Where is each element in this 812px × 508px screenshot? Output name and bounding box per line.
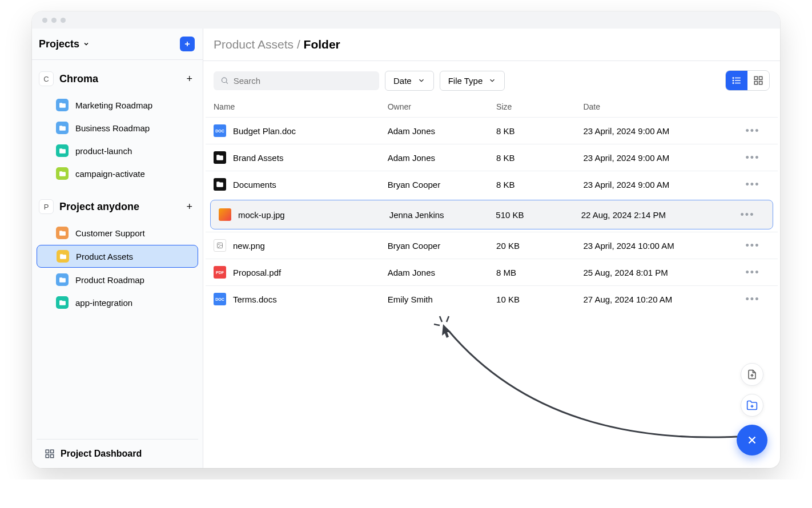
sidebar-footer-link[interactable]: Project Dashboard (37, 439, 198, 468)
table-row[interactable]: Brand Assets Adam Jones 8 KB 23 April, 2… (206, 144, 778, 171)
folder-icon (56, 99, 69, 111)
svg-point-11 (733, 78, 734, 79)
sidebar-title-dropdown[interactable]: Projects (39, 38, 90, 50)
file-size: 8 KB (496, 153, 583, 163)
folder-plus-icon (746, 400, 758, 411)
row-menu-button[interactable]: ••• (735, 125, 770, 137)
main-header: Product Assets / Folder (203, 29, 780, 61)
row-menu-button[interactable]: ••• (735, 152, 770, 164)
svg-point-13 (733, 83, 734, 84)
sidebar-item[interactable]: Product Roadmap (37, 269, 198, 291)
upload-file-button[interactable] (741, 363, 763, 386)
table-row[interactable]: PDF Proposal.pdf Adam Jones 8 MB 25 Aug,… (206, 259, 778, 285)
add-project-button[interactable] (180, 37, 195, 51)
file-name: Documents (233, 180, 276, 190)
sidebar-item[interactable]: Customer Support (37, 222, 198, 244)
file-size: 8 KB (496, 180, 583, 190)
svg-point-12 (733, 80, 734, 81)
file-name: new.png (233, 241, 265, 251)
col-date: Date (583, 102, 735, 111)
new-folder-button[interactable] (741, 394, 763, 417)
list-icon (731, 75, 742, 86)
file-icon: DOC (214, 124, 226, 137)
svg-rect-16 (754, 82, 757, 84)
project-header[interactable]: P Project anydone + (32, 193, 203, 220)
breadcrumb: Product Assets / Folder (214, 38, 340, 51)
svg-rect-5 (51, 455, 54, 458)
col-owner: Owner (388, 102, 496, 111)
sidebar-item-label: Marketing Roadmap (75, 100, 152, 110)
project-badge: P (39, 199, 54, 214)
row-menu-button[interactable]: ••• (735, 240, 770, 252)
file-owner: Bryan Cooper (388, 241, 496, 251)
project-add-button[interactable]: + (186, 73, 192, 85)
folder-icon (56, 122, 69, 134)
folder-icon (56, 167, 69, 180)
svg-rect-17 (759, 82, 762, 84)
file-date: 23 April, 2024 10:00 AM (583, 241, 735, 251)
traffic-light-zoom[interactable] (61, 18, 66, 23)
chevron-down-icon (83, 41, 90, 47)
sidebar-item-label: Customer Support (75, 228, 145, 238)
file-date: 23 April, 2024 9:00 AM (583, 126, 735, 136)
file-icon (214, 178, 226, 191)
file-icon (219, 208, 231, 221)
filetype-filter[interactable]: File Type (440, 71, 505, 91)
close-icon (746, 434, 758, 446)
table-row[interactable]: DOC Terms.docs Emily Smith 10 KB 27 Aug,… (206, 285, 778, 312)
breadcrumb-parent[interactable]: Product Assets (214, 38, 294, 51)
search-icon (220, 76, 229, 85)
main-panel: Product Assets / Folder Date File Type (203, 29, 780, 468)
sidebar: Projects C Chroma + Marketing Roadmap Bu… (32, 29, 203, 468)
table-row[interactable]: Documents Bryan Cooper 8 KB 23 April, 20… (206, 171, 778, 197)
row-menu-button[interactable]: ••• (735, 293, 770, 305)
sidebar-title-label: Projects (39, 38, 79, 50)
traffic-light-minimize[interactable] (51, 18, 57, 23)
file-name: Budget Plan.doc (233, 126, 296, 136)
project-add-button[interactable]: + (186, 201, 192, 213)
col-name: Name (214, 102, 388, 111)
file-owner: Bryan Cooper (388, 180, 496, 190)
file-owner: Emily Smith (388, 295, 496, 304)
svg-point-19 (219, 244, 220, 245)
sidebar-item[interactable]: product-launch (37, 140, 198, 162)
svg-line-7 (226, 82, 228, 84)
traffic-light-close[interactable] (42, 18, 47, 23)
file-icon (214, 151, 226, 164)
window-titlebar (32, 11, 780, 29)
project-name: Project anydone (59, 201, 139, 213)
project-name: Chroma (59, 73, 98, 85)
folder-icon (56, 296, 69, 309)
filetype-filter-label: File Type (448, 76, 483, 86)
row-menu-button[interactable]: ••• (735, 267, 770, 279)
sidebar-item[interactable]: Product Assets (37, 245, 198, 268)
row-menu-button[interactable]: ••• (730, 209, 765, 221)
sidebar-item[interactable]: Business Roadmap (37, 117, 198, 139)
chevron-down-icon (488, 76, 496, 84)
table-row[interactable]: mock-up.jpg Jenna Jenkins 510 KB 22 Aug,… (210, 200, 773, 229)
date-filter[interactable]: Date (385, 71, 434, 91)
svg-rect-4 (46, 455, 49, 458)
row-menu-button[interactable]: ••• (735, 179, 770, 191)
sidebar-item[interactable]: Marketing Roadmap (37, 94, 198, 116)
file-owner: Adam Jones (388, 268, 496, 277)
sidebar-item-label: Product Assets (76, 252, 133, 261)
grid-view-button[interactable] (747, 71, 769, 90)
app-window: Projects C Chroma + Marketing Roadmap Bu… (32, 11, 780, 468)
fab-stack (737, 363, 767, 455)
table-row[interactable]: DOC Budget Plan.doc Adam Jones 8 KB 23 A… (206, 117, 778, 144)
fab-close-button[interactable] (737, 425, 767, 455)
folder-icon (57, 250, 69, 263)
table-row[interactable]: new.png Bryan Cooper 20 KB 23 April, 202… (206, 232, 778, 259)
svg-point-6 (222, 78, 227, 83)
search-input-wrap[interactable] (214, 71, 379, 90)
sidebar-footer-label: Project Dashboard (61, 449, 142, 459)
grid-icon (45, 449, 55, 459)
sidebar-item[interactable]: campaign-activate (37, 163, 198, 184)
list-view-button[interactable] (726, 71, 747, 90)
project-header[interactable]: C Chroma + (32, 66, 203, 92)
file-date: 23 April, 2024 9:00 AM (583, 153, 735, 163)
search-input[interactable] (234, 76, 372, 86)
sidebar-item[interactable]: app-integration (37, 292, 198, 313)
file-size: 10 KB (496, 295, 583, 304)
